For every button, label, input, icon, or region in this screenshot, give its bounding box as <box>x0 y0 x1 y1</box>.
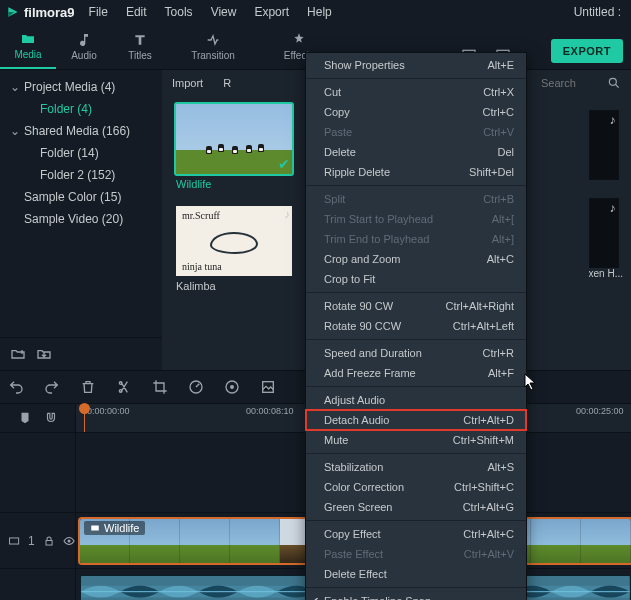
ctx-stabilization[interactable]: StabilizationAlt+S <box>306 457 526 477</box>
ctx-split: SplitCtrl+B <box>306 189 526 209</box>
folder-icon <box>20 31 36 47</box>
sidebar-item-1[interactable]: Folder (4) <box>0 98 162 120</box>
chevron-down-icon: ⌄ <box>10 80 20 94</box>
ctx-crop-to-fit[interactable]: Crop to Fit <box>306 269 526 289</box>
ctx-trim-start-to-playhead: Trim Start to PlayheadAlt+[ <box>306 209 526 229</box>
speed-icon[interactable] <box>188 379 204 395</box>
ctx-copy-effect[interactable]: Copy EffectCtrl+Alt+C <box>306 524 526 544</box>
sidebar-item-4[interactable]: Folder 2 (152) <box>0 164 162 186</box>
ctx-label: Crop and Zoom <box>324 253 400 265</box>
ctx-color-correction[interactable]: Color CorrectionCtrl+Shift+C <box>306 477 526 497</box>
ctx-delete-effect[interactable]: Delete Effect <box>306 564 526 584</box>
import-dropdown[interactable]: Import <box>172 77 203 89</box>
eye-icon[interactable] <box>63 534 75 548</box>
ctx-copy[interactable]: CopyCtrl+C <box>306 102 526 122</box>
sidebar-item-2[interactable]: ⌄Shared Media (166) <box>0 120 162 142</box>
ctx-ripple-delete[interactable]: Ripple DeleteShift+Del <box>306 162 526 182</box>
ctx-label: Rotate 90 CCW <box>324 320 401 332</box>
menu-file[interactable]: File <box>85 3 112 21</box>
export-button[interactable]: EXPORT <box>551 39 623 63</box>
ctx-shortcut: Ctrl+Alt+Right <box>446 300 514 312</box>
search-icon[interactable] <box>607 76 621 90</box>
ctx-detach-audio[interactable]: Detach AudioCtrl+Alt+D <box>306 410 526 430</box>
music-note-icon: ♪ <box>285 208 291 220</box>
ctx-delete[interactable]: DeleteDel <box>306 142 526 162</box>
ctx-mute[interactable]: MuteCtrl+Shift+M <box>306 430 526 450</box>
split-icon[interactable] <box>116 379 132 395</box>
color-icon[interactable] <box>224 379 240 395</box>
context-separator <box>306 78 526 79</box>
new-folder-icon[interactable] <box>10 346 26 362</box>
ctx-shortcut: Ctrl+Alt+Left <box>453 320 514 332</box>
ctx-shortcut: Ctrl+X <box>483 86 514 98</box>
ctx-label: Delete <box>324 146 356 158</box>
menu-view[interactable]: View <box>207 3 241 21</box>
sidebar-item-label: Folder (4) <box>40 102 92 116</box>
tab-audio[interactable]: Audio <box>56 23 112 69</box>
sidebar-item-3[interactable]: Folder (14) <box>0 142 162 164</box>
context-separator <box>306 292 526 293</box>
ctx-add-freeze-frame[interactable]: Add Freeze FrameAlt+F <box>306 363 526 383</box>
svg-rect-10 <box>46 540 52 545</box>
thumb-partial-2[interactable]: ♪ xen H... <box>589 198 623 279</box>
ctx-label: Enable Timeline Snap <box>324 595 431 600</box>
sidebar-item-5[interactable]: Sample Color (15) <box>0 186 162 208</box>
ctx-green-screen[interactable]: Green ScreenCtrl+Alt+G <box>306 497 526 517</box>
thumb-wildlife-image[interactable]: ✔ <box>176 104 292 174</box>
ctx-label: Add Freeze Frame <box>324 367 416 379</box>
ctx-label: Copy Effect <box>324 528 381 540</box>
sidebar-item-6[interactable]: Sample Video (20) <box>0 208 162 230</box>
ctx-cut[interactable]: CutCtrl+X <box>306 82 526 102</box>
timeline-header-left <box>0 404 76 432</box>
media-search[interactable] <box>541 76 621 90</box>
import-folder-icon[interactable] <box>36 346 52 362</box>
ctx-label: Adjust Audio <box>324 394 385 406</box>
tab-transition-label: Transition <box>191 50 235 61</box>
tab-titles[interactable]: Titles <box>112 23 168 69</box>
menu-help[interactable]: Help <box>303 3 336 21</box>
ctx-show-properties[interactable]: Show PropertiesAlt+E <box>306 55 526 75</box>
ctx-paste: PasteCtrl+V <box>306 122 526 142</box>
ctx-rotate-90-cw[interactable]: Rotate 90 CWCtrl+Alt+Right <box>306 296 526 316</box>
marker-icon[interactable] <box>18 411 32 425</box>
tab-transition[interactable]: Transition <box>170 23 256 69</box>
ctx-adjust-audio[interactable]: Adjust Audio <box>306 390 526 410</box>
ctx-label: Green Screen <box>324 501 392 513</box>
ctx-crop-and-zoom[interactable]: Crop and ZoomAlt+C <box>306 249 526 269</box>
ctx-shortcut: Ctrl+Alt+V <box>464 548 514 560</box>
svg-line-4 <box>616 85 619 88</box>
magnet-icon[interactable] <box>44 411 58 425</box>
ctx-enable-timeline-snap[interactable]: ✔Enable Timeline Snap <box>306 591 526 600</box>
crop-icon[interactable] <box>152 379 168 395</box>
thumb-partial-1[interactable]: ♪ <box>589 110 623 180</box>
ctx-label: Color Correction <box>324 481 404 493</box>
ctx-label: Trim End to Playhead <box>324 233 429 245</box>
greenscreen-icon[interactable] <box>260 379 276 395</box>
ctx-label: Copy <box>324 106 350 118</box>
ctx-rotate-90-ccw[interactable]: Rotate 90 CCWCtrl+Alt+Left <box>306 316 526 336</box>
menu-tools[interactable]: Tools <box>161 3 197 21</box>
record-dropdown[interactable]: R <box>223 77 231 89</box>
lock-icon[interactable] <box>43 534 55 548</box>
ctx-label: Stabilization <box>324 461 383 473</box>
sidebar-item-0[interactable]: ⌄Project Media (4) <box>0 76 162 98</box>
undo-icon[interactable] <box>8 379 24 395</box>
ctx-speed-and-duration[interactable]: Speed and DurationCtrl+R <box>306 343 526 363</box>
context-menu[interactable]: Show PropertiesAlt+ECutCtrl+XCopyCtrl+CP… <box>305 52 527 600</box>
thumb-kalimba-text-bot: ninja tuna <box>182 261 222 272</box>
sidebar-item-label: Folder (14) <box>40 146 99 160</box>
track-video-left: 1 <box>0 512 76 568</box>
track-spacer-left <box>0 432 76 512</box>
sidebar-item-label: Project Media (4) <box>24 80 115 94</box>
ctx-label: Trim Start to Playhead <box>324 213 433 225</box>
search-input[interactable] <box>541 77 601 89</box>
playhead[interactable] <box>79 403 90 414</box>
thumb-kalimba-image[interactable]: mr.Scruff ninja tuna ♪ <box>176 206 292 276</box>
redo-icon[interactable] <box>44 379 60 395</box>
menu-edit[interactable]: Edit <box>122 3 151 21</box>
tab-media[interactable]: Media <box>0 23 56 69</box>
menu-export[interactable]: Export <box>250 3 293 21</box>
ctx-label: Crop to Fit <box>324 273 375 285</box>
context-separator <box>306 386 526 387</box>
delete-icon[interactable] <box>80 379 96 395</box>
